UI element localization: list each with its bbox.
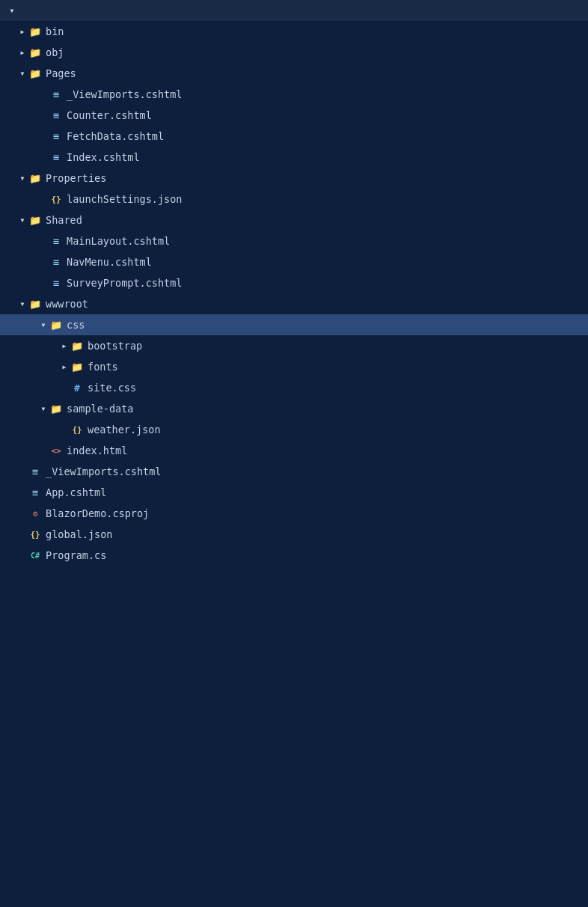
tree-item-fetchdata[interactable]: ≡ FetchData.cshtml [0,126,588,147]
item-label-bootstrap: bootstrap [88,340,142,352]
tree-item-launchsettings[interactable]: {} launchSettings.json [0,189,588,210]
folder-icon: 📁 [70,360,84,373]
tree-item-blazordemo-csproj[interactable]: ⚙ BlazorDemo.csproj [0,503,588,524]
item-label-blazordemo-csproj: BlazorDemo.csproj [46,507,149,519]
cshtml-icon: ≡ [28,486,42,499]
tree-item-mainlayout[interactable]: ≡ MainLayout.cshtml [0,230,588,251]
tree-item-viewimports-root[interactable]: ≡ _ViewImports.cshtml [0,461,588,482]
cs-icon: C# [28,549,42,562]
item-label-viewimports-root: _ViewImports.cshtml [46,465,161,477]
tree-item-bootstrap[interactable]: ▶ 📁 bootstrap [0,335,588,356]
item-label-program-cs: Program.cs [46,549,106,561]
root-arrow [6,4,18,16]
tree-item-viewimports-pages[interactable]: ≡ _ViewImports.cshtml [0,84,588,105]
tree-item-weather-json[interactable]: {} weather.json [0,419,588,440]
csproj-icon: ⚙ [28,507,42,520]
cshtml-icon: ≡ [28,465,42,478]
item-label-css: css [67,319,85,331]
tree-item-wwwroot[interactable]: ▼ 📁 wwwroot [0,293,588,314]
item-label-pages: Pages [46,67,76,79]
tree-item-site-css[interactable]: # site.css [0,377,588,398]
folder-icon: 📁 [49,402,63,415]
tree-item-css[interactable]: ▼ 📁 css [0,314,588,335]
css-file-icon: # [70,381,84,394]
item-label-app-cshtml: App.cshtml [46,486,106,498]
item-label-wwwroot: wwwroot [46,298,88,310]
item-label-mainlayout: MainLayout.cshtml [67,235,170,247]
cshtml-icon: ≡ [49,276,63,290]
tree-item-navmenu[interactable]: ≡ NavMenu.cshtml [0,251,588,272]
item-label-site-css: site.css [88,382,136,394]
item-label-navmenu: NavMenu.cshtml [67,256,152,268]
folder-icon: 📁 [28,297,42,311]
tree-item-pages[interactable]: ▼ 📁 Pages [0,63,588,84]
cshtml-icon: ≡ [49,129,63,143]
item-label-properties: Properties [46,172,106,184]
tree-item-shared[interactable]: ▼ 📁 Shared [0,210,588,230]
tree-item-surveyprompt[interactable]: ≡ SurveyPrompt.cshtml [0,272,588,293]
cshtml-icon: ≡ [49,88,63,101]
cshtml-icon: ≡ [49,255,63,269]
json-icon: {} [49,192,63,206]
tree-items-container: ▶ 📁 bin ▶ 📁 obj ▼ 📁 Pages ≡ _ViewImports… [0,21,588,566]
item-label-shared: Shared [46,214,82,226]
item-label-global-json: global.json [46,528,112,540]
file-explorer: ▶ 📁 bin ▶ 📁 obj ▼ 📁 Pages ≡ _ViewImports… [0,0,588,566]
item-label-launchsettings: launchSettings.json [67,193,182,205]
tree-item-bin[interactable]: ▶ 📁 bin [0,21,588,42]
tree-item-obj[interactable]: ▶ 📁 obj [0,42,588,63]
item-label-fonts: fonts [88,361,118,373]
json-icon: {} [28,528,42,541]
folder-icon: 📁 [28,46,42,59]
tree-item-global-json[interactable]: {} global.json [0,524,588,545]
folder-icon: 📁 [70,339,84,352]
cshtml-icon: ≡ [49,234,63,248]
folder-icon: 📁 [28,67,42,80]
json-icon: {} [70,423,84,436]
root-item[interactable] [0,0,588,21]
cshtml-icon: ≡ [49,150,63,164]
item-label-bin: bin [46,25,64,37]
folder-icon: 📁 [28,213,42,227]
html-icon: <> [49,444,63,457]
item-label-index-cshtml: Index.cshtml [67,151,140,163]
item-label-viewimports-pages: _ViewImports.cshtml [67,88,182,100]
folder-icon: 📁 [49,318,63,332]
folder-icon: 📁 [28,25,42,38]
item-label-index-html: index.html [67,445,127,456]
tree-item-app-cshtml[interactable]: ≡ App.cshtml [0,482,588,503]
item-label-obj: obj [46,46,64,58]
tree-item-counter[interactable]: ≡ Counter.cshtml [0,105,588,126]
tree-item-fonts[interactable]: ▶ 📁 fonts [0,356,588,377]
tree-item-index-html[interactable]: <> index.html [0,440,588,461]
tree-item-properties[interactable]: ▼ 📁 Properties [0,168,588,189]
item-label-fetchdata: FetchData.cshtml [67,130,164,142]
tree-item-index-cshtml[interactable]: ≡ Index.cshtml [0,147,588,168]
tree-item-program-cs[interactable]: C# Program.cs [0,545,588,566]
folder-icon: 📁 [28,171,42,185]
item-label-counter: Counter.cshtml [67,109,152,121]
item-label-surveyprompt: SurveyPrompt.cshtml [67,277,182,289]
item-label-weather-json: weather.json [88,424,161,436]
tree-item-sample-data[interactable]: ▼ 📁 sample-data [0,398,588,419]
cshtml-icon: ≡ [49,109,63,122]
item-label-sample-data: sample-data [67,403,133,415]
